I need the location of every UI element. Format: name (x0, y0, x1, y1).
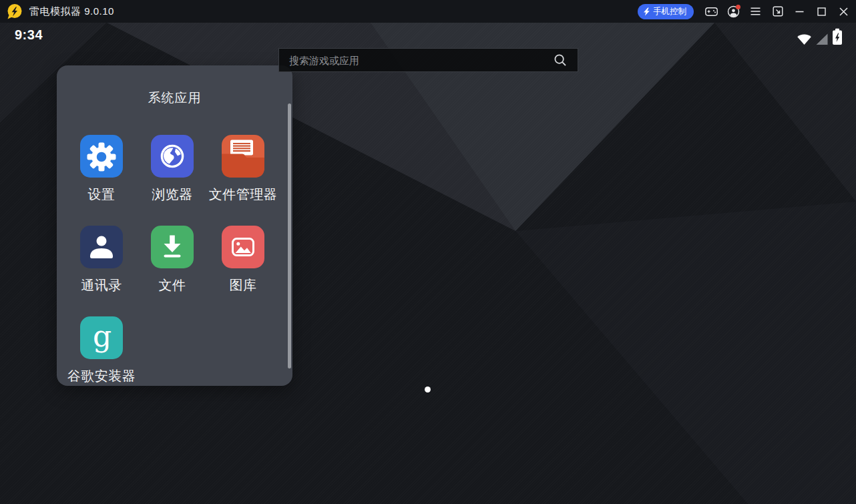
folder-scrollbar[interactable] (288, 103, 291, 368)
user-account-button[interactable] (722, 0, 744, 23)
app-logo-icon (7, 3, 23, 19)
app-label: 设置 (88, 186, 116, 204)
phone-control-button[interactable]: 手机控制 (638, 4, 694, 19)
phone-control-label: 手机控制 (653, 6, 686, 17)
page-indicator-dot (425, 387, 431, 393)
resize-icon (773, 6, 783, 17)
lightning-icon (643, 7, 650, 16)
minimize-icon (795, 11, 804, 13)
app-label: 浏览器 (152, 186, 193, 204)
gear-icon (80, 135, 123, 178)
wifi-icon (797, 31, 812, 45)
svg-text:g: g (93, 319, 112, 353)
app-browser[interactable]: 浏览器 (137, 135, 208, 204)
letter-g-icon: g (80, 316, 123, 359)
app-label: 图库 (230, 276, 257, 294)
maximize-icon (817, 7, 826, 16)
window-titlebar: 雷电模拟器 9.0.10 手机控制 (0, 0, 856, 23)
folder-title: 系统应用 (57, 89, 292, 107)
status-clock: 9:34 (15, 27, 43, 43)
window-title: 雷电模拟器 9.0.10 (29, 5, 114, 18)
globe-icon (151, 135, 194, 178)
app-label: 文件管理器 (209, 186, 278, 204)
menu-icon (751, 7, 761, 15)
app-files[interactable]: 文件 (137, 226, 208, 294)
app-label: 谷歌安装器 (67, 367, 136, 385)
status-icons (797, 27, 843, 45)
app-settings[interactable]: 设置 (66, 135, 137, 204)
download-icon (151, 226, 194, 268)
battery-charging-icon (832, 28, 843, 45)
close-button[interactable] (833, 0, 855, 23)
search-bar (278, 48, 578, 72)
system-apps-folder: 系统应用 设置 (57, 65, 292, 386)
gamepad-icon (705, 7, 718, 16)
image-icon (222, 226, 264, 268)
app-gallery[interactable]: 图库 (208, 226, 278, 294)
gamepad-button[interactable] (700, 0, 722, 23)
titlebar-controls: 手机控制 (638, 0, 856, 23)
app-file-manager[interactable]: 文件管理器 (208, 135, 278, 204)
app-google-installer[interactable]: g 谷歌安装器 (66, 316, 137, 385)
file-manager-icon (222, 135, 264, 178)
menu-button[interactable] (744, 0, 767, 23)
app-label: 通讯录 (81, 276, 122, 294)
close-icon (839, 7, 848, 16)
minimize-button[interactable] (789, 0, 811, 23)
maximize-button[interactable] (811, 0, 833, 23)
person-icon (80, 226, 123, 268)
app-contacts[interactable]: 通讯录 (66, 226, 137, 294)
notification-dot (736, 5, 740, 9)
resize-window-button[interactable] (767, 0, 789, 23)
search-icon[interactable] (554, 53, 567, 67)
search-input[interactable] (279, 55, 554, 66)
app-label: 文件 (159, 276, 186, 294)
android-home-screen: 9:34 系统应用 (0, 23, 856, 504)
signal-icon (815, 33, 829, 45)
